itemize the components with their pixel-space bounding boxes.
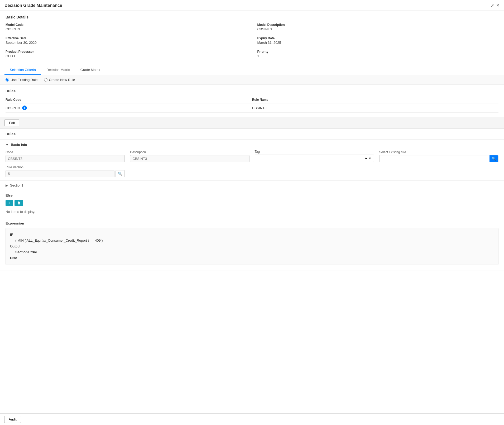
expression-box: IF ( MIN ( ALL_Equifax_Consumer_Credit_R… [6,228,498,265]
tab-grade-matrix[interactable]: Grade Matrix [75,65,105,75]
model-code-group: Model Code CBSINT3 [6,23,247,34]
expiry-date-value: March 31, 2025 [257,41,499,45]
priority-value: 1 [257,54,499,58]
else-actions: + 🗑 [6,200,498,206]
rules-detail-section: Rules ▼ Basic Info Code Description Tag [0,129,504,270]
rule-code-column-header: Rule Code [6,98,252,102]
if-keyword: IF [10,233,13,237]
output-keyword: Output [10,244,20,248]
use-existing-rule-label: Use Existing Rule [11,78,38,82]
description-field-group: Description [130,150,249,162]
else-keyword: Else [10,256,17,260]
close-icon[interactable]: ✕ [496,3,500,8]
resize-icon[interactable]: ⤢ [491,3,494,8]
create-new-rule-label: Create New Rule [49,78,75,82]
chevron-down-icon: ▼ [368,156,374,160]
model-code-label: Model Code [6,23,247,27]
code-label: Code [6,150,125,154]
edit-button[interactable]: Edit [4,119,19,126]
expression-condition: ( MIN ( ALL_Equifax_Consumer_Credit_Repo… [15,238,103,242]
expression-else-line: Else [10,255,494,261]
tag-field-group: Tag ▼ [255,150,374,162]
window-controls: ⤢ ✕ [491,3,500,8]
rule-name-value: CBSINT3 [252,106,499,110]
basic-info-toggle[interactable]: ▼ Basic Info [6,143,498,147]
model-description-value: CBSINT3 [257,27,499,31]
rule-version-input[interactable] [6,170,114,177]
rule-version-search-button[interactable]: 🔍 [116,170,125,177]
select-existing-rule-input[interactable] [380,155,489,162]
priority-label: Priority [257,50,499,54]
tag-select-wrapper: ▼ [255,155,374,162]
else-add-button[interactable]: + [6,200,13,206]
info-icon[interactable]: i [22,106,27,110]
tab-decision-matrix[interactable]: Decision Matrix [41,65,75,75]
use-existing-rule-radio[interactable] [6,78,9,82]
expression-condition-line: ( MIN ( ALL_Equifax_Consumer_Credit_Repo… [10,238,494,243]
description-input[interactable] [130,155,249,162]
product-processor-label: Product Processor [6,50,247,54]
model-code-value: CBSINT3 [6,27,247,31]
audit-button[interactable]: Audit [4,416,21,423]
rule-code-value: CBSINT3 [6,106,20,110]
rule-version-wrapper: 🔍 [6,170,125,177]
description-label: Description [130,150,249,154]
else-section: Else + 🗑 No items to display. [0,190,504,218]
basic-info-chevron-icon: ▼ [6,143,9,147]
rules-table-section: Rules Rule Code Rule Name CBSINT3 i CBSI… [0,85,504,117]
basic-details-heading: Basic Details [6,15,498,19]
expiry-date-group: Expiry Date March 31, 2025 [257,36,499,47]
tag-label: Tag [255,150,374,154]
tag-select[interactable] [255,155,368,162]
else-delete-button[interactable]: 🗑 [15,200,23,206]
code-input[interactable] [6,155,125,162]
tab-bar: Selection Criteria Decision Matrix Grade… [0,65,504,75]
select-existing-rule-group: Select Existing rule 🔍 [379,150,498,162]
expression-heading: Expression [6,221,498,225]
rule-radio-group: Use Existing Rule Create New Rule [0,75,504,85]
rules-table-header: Rule Code Rule Name [6,96,498,103]
effective-date-value: September 30, 2020 [6,41,247,45]
use-existing-rule-option[interactable]: Use Existing Rule [6,78,38,82]
else-no-items: No items to display. [6,209,498,215]
basic-info-heading: Basic Info [11,143,27,147]
rule-name-column-header: Rule Name [252,98,499,102]
expression-output-value-line: Section1 true [10,249,494,255]
model-description-label: Model Description [257,23,499,27]
create-new-rule-option[interactable]: Create New Rule [44,78,75,82]
model-description-group: Model Description CBSINT3 [257,23,499,34]
audit-bar: Audit [0,413,504,425]
rule-code-cell: CBSINT3 i [6,106,252,110]
details-grid: Model Code CBSINT3 Model Description CBS… [6,23,498,61]
rule-version-label: Rule Version [6,165,125,169]
edit-bar: Edit [0,117,504,129]
section1-label: Section1 [10,183,23,187]
select-existing-rule-label: Select Existing rule [379,150,498,154]
title-bar: Decision Grade Maintenance ⤢ ✕ [0,0,504,11]
basic-info-form: Code Description Tag ▼ [6,150,498,177]
select-existing-rule-search-button[interactable]: 🔍 [489,155,498,162]
rules-heading: Rules [6,89,498,93]
expiry-date-label: Expiry Date [257,36,499,40]
effective-date-group: Effective Date September 30, 2020 [6,36,247,47]
select-existing-rule-wrapper: 🔍 [379,155,498,162]
product-processor-group: Product Processor OFLO [6,50,247,61]
expression-output-value: Section1 true [15,250,37,254]
create-new-rule-radio[interactable] [44,78,47,82]
expression-output-line: Output [10,243,494,249]
rules-table-row: CBSINT3 i CBSINT3 [6,103,498,113]
rules-detail-heading: Rules [0,129,504,140]
section1-chevron-icon: ▶ [6,184,8,187]
code-field-group: Code [6,150,125,162]
main-window: Decision Grade Maintenance ⤢ ✕ Basic Det… [0,0,504,425]
else-heading: Else [6,193,498,197]
basic-details-section: Basic Details Model Code CBSINT3 Model D… [0,11,504,65]
rule-version-group: Rule Version 🔍 [6,165,125,177]
expression-section: Expression IF ( MIN ( ALL_Equifax_Consum… [0,218,504,270]
expression-if-line: IF [10,232,494,238]
window-title: Decision Grade Maintenance [4,3,62,8]
tab-selection-criteria[interactable]: Selection Criteria [4,65,41,75]
effective-date-label: Effective Date [6,36,247,40]
section1-row[interactable]: ▶ Section1 [0,181,504,190]
basic-info-section: ▼ Basic Info Code Description Tag [0,140,504,181]
